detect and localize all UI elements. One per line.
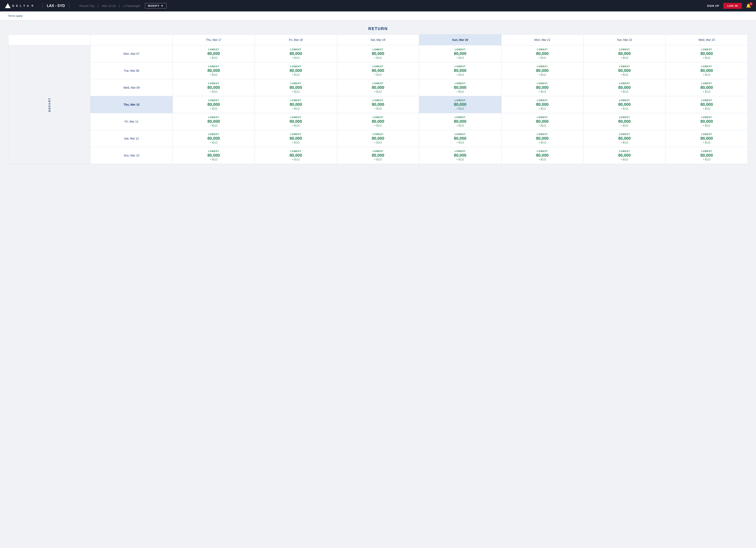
price-cell-r3-c1[interactable]: LOWEST80,000+ $112: [255, 96, 337, 113]
terms-link[interactable]: Terms apply.: [8, 14, 23, 17]
cash-value: + $112: [503, 141, 582, 144]
price-cell-r0-c0[interactable]: LOWEST80,000+ $112: [173, 45, 255, 62]
lowest-badge: LOWEST: [667, 150, 747, 152]
price-cell-r6-c1[interactable]: LOWEST80,000+ $112: [255, 147, 337, 164]
col-header-5[interactable]: Tue, Mar 22: [583, 34, 666, 45]
price-cell-r2-c1[interactable]: LOWEST80,000+ $112: [255, 79, 337, 96]
miles-value: 80,000: [420, 51, 500, 56]
price-cell-r2-c2[interactable]: LOWEST80,000+ $112: [337, 79, 419, 96]
delta-triangle-icon: [5, 3, 11, 8]
lowest-badge: LOWEST: [585, 48, 664, 51]
price-cell-r1-c4[interactable]: LOWEST80,000+ $112: [501, 62, 583, 79]
lowest-badge: LOWEST: [256, 48, 335, 51]
price-cell-r4-c1[interactable]: LOWEST80,000+ $112: [255, 113, 337, 130]
lowest-badge: LOWEST: [420, 150, 500, 152]
return-label: RETURN: [8, 26, 748, 31]
cash-value: + $112: [585, 124, 664, 127]
price-cell-r1-c5[interactable]: LOWEST80,000+ $112: [583, 62, 666, 79]
modify-label: MODIFY: [148, 4, 160, 7]
price-cell-r4-c3[interactable]: LOWEST80,000+ $112: [419, 113, 501, 130]
price-cell-r1-c1[interactable]: LOWEST80,000+ $112: [255, 62, 337, 79]
price-cell-r6-c6[interactable]: LOWEST80,000+ $112: [666, 147, 748, 164]
price-cell-r3-c0[interactable]: LOWEST80,000+ $112: [173, 96, 255, 113]
col-header-1[interactable]: Fri, Mar 18: [255, 34, 337, 45]
cash-value: + $112: [174, 141, 253, 144]
row-header-0[interactable]: Mon, Mar 07: [90, 45, 173, 62]
price-cell-r4-c2[interactable]: LOWEST80,000+ $112: [337, 113, 419, 130]
miles-value: 80,000: [503, 51, 582, 56]
cash-value: + $112: [585, 158, 664, 161]
price-cell-r2-c6[interactable]: LOWEST80,000+ $112: [666, 79, 748, 96]
cash-value: + $112: [667, 90, 747, 93]
price-cell-r6-c5[interactable]: LOWEST80,000+ $112: [583, 147, 666, 164]
price-cell-r0-c4[interactable]: LOWEST80,000+ $112: [501, 45, 583, 62]
notification-button[interactable]: 🔔 3: [746, 3, 751, 8]
price-cell-r4-c0[interactable]: LOWEST80,000+ $112: [173, 113, 255, 130]
row-header-5[interactable]: Sat, Mar 12: [90, 130, 173, 147]
price-cell-r5-c6[interactable]: LOWEST80,000+ $112: [666, 130, 748, 147]
row-header-2[interactable]: Wed, Mar 09: [90, 79, 173, 96]
cash-value: + $112: [338, 124, 418, 127]
lowest-badge: LOWEST: [420, 65, 500, 68]
price-cell-r2-c0[interactable]: LOWEST80,000+ $112: [173, 79, 255, 96]
price-cell-r1-c0[interactable]: LOWEST80,000+ $112: [173, 62, 255, 79]
col-header-3[interactable]: Sun, Mar 20: [419, 34, 501, 45]
price-cell-r4-c6[interactable]: LOWEST80,000+ $112: [666, 113, 748, 130]
row-header-1[interactable]: Tue, Mar 08: [90, 62, 173, 79]
price-cell-r5-c3[interactable]: LOWEST80,000+ $112: [419, 130, 501, 147]
price-cell-r0-c5[interactable]: LOWEST80,000+ $112: [583, 45, 666, 62]
cash-value: + $112: [174, 124, 253, 127]
cash-value: + $112: [585, 90, 664, 93]
price-cell-r2-c5[interactable]: LOWEST80,000+ $112: [583, 79, 666, 96]
price-cell-r6-c0[interactable]: LOWEST80,000+ $112: [173, 147, 255, 164]
price-cell-r6-c3[interactable]: LOWEST80,000+ $112: [419, 147, 501, 164]
miles-value: 80,000: [338, 153, 418, 158]
price-cell-r1-c2[interactable]: LOWEST80,000+ $112: [337, 62, 419, 79]
row-header-3[interactable]: Thu, Mar 10: [90, 96, 173, 113]
price-cell-r2-c4[interactable]: LOWEST80,000+ $112: [501, 79, 583, 96]
price-cell-r0-c2[interactable]: LOWEST80,000+ $112: [337, 45, 419, 62]
cash-value: + $112: [338, 90, 418, 93]
price-cell-r4-c4[interactable]: LOWEST80,000+ $112: [501, 113, 583, 130]
col-header-2[interactable]: Sat, Mar 19: [337, 34, 419, 45]
price-cell-r6-c4[interactable]: LOWEST80,000+ $112: [501, 147, 583, 164]
price-cell-r5-c4[interactable]: LOWEST80,000+ $112: [501, 130, 583, 147]
price-cell-r1-c3[interactable]: LOWEST80,000+ $112: [419, 62, 501, 79]
miles-value: 80,000: [503, 68, 582, 73]
price-cell-r0-c3[interactable]: LOWEST80,000+ $112: [419, 45, 501, 62]
price-cell-r3-c4[interactable]: LOWEST80,000+ $112: [501, 96, 583, 113]
col-header-4[interactable]: Mon, Mar 21: [501, 34, 583, 45]
price-cell-r3-c6[interactable]: LOWEST80,000+ $112: [666, 96, 748, 113]
price-cell-r0-c1[interactable]: LOWEST80,000+ $112: [255, 45, 337, 62]
price-cell-r4-c5[interactable]: LOWEST80,000+ $112: [583, 113, 666, 130]
col-header-0[interactable]: Thu, Mar 17: [173, 34, 255, 45]
lowest-badge: LOWEST: [585, 150, 664, 152]
price-cell-r1-c6[interactable]: LOWEST80,000+ $112: [666, 62, 748, 79]
cash-value: + $112: [667, 158, 747, 161]
modify-button[interactable]: MODIFY ▼: [145, 3, 167, 9]
row-header-4[interactable]: Fri, Mar 11: [90, 113, 173, 130]
miles-value: 80,000: [420, 85, 500, 90]
cash-value: + $112: [420, 124, 500, 127]
miles-value: 80,000: [338, 119, 418, 124]
signup-button[interactable]: SIGN UP: [707, 4, 719, 7]
price-cell-r6-c2[interactable]: LOWEST80,000+ $112: [337, 147, 419, 164]
price-cell-r5-c0[interactable]: LOWEST80,000+ $112: [173, 130, 255, 147]
price-cell-r5-c2[interactable]: LOWEST80,000+ $112: [337, 130, 419, 147]
row-header-6[interactable]: Sun, Mar 13: [90, 147, 173, 164]
price-cell-r3-c5[interactable]: LOWEST80,000+ $112: [583, 96, 666, 113]
miles-value: 80,000: [256, 119, 335, 124]
price-cell-r3-c2[interactable]: LOWEST80,000+ $112: [337, 96, 419, 113]
col-header-6[interactable]: Wed, Mar 23: [666, 34, 748, 45]
price-cell-r0-c6[interactable]: LOWEST80,000+ $112: [666, 45, 748, 62]
price-cell-r2-c3[interactable]: LOWEST80,000+ $112: [419, 79, 501, 96]
lowest-badge: LOWEST: [338, 150, 418, 152]
main-content: RETURN Thu, Mar 17Fri, Mar 18Sat, Mar 19…: [0, 20, 756, 170]
price-cell-r3-c3[interactable]: LOWEST80,000+ $112: [419, 96, 501, 113]
price-cell-r5-c1[interactable]: LOWEST80,000+ $112: [255, 130, 337, 147]
miles-value: 80,000: [503, 119, 582, 124]
miles-value: 80,000: [667, 119, 747, 124]
price-cell-r5-c5[interactable]: LOWEST80,000+ $112: [583, 130, 666, 147]
trip-info: Round Trip | Mar 10-20 | 1 Passenger: [78, 4, 141, 8]
login-button[interactable]: LOG IN: [723, 3, 742, 9]
